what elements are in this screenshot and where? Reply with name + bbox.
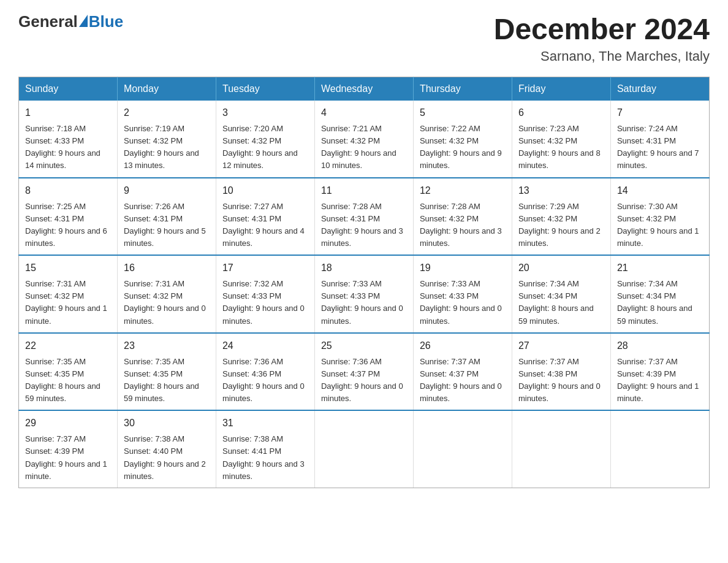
day-number: 22 xyxy=(25,339,111,353)
logo-general: General xyxy=(18,12,78,31)
calendar-cell: 23 Sunrise: 7:35 AMSunset: 4:35 PMDaylig… xyxy=(117,333,216,411)
day-number: 16 xyxy=(124,261,210,275)
day-number: 24 xyxy=(222,339,308,353)
day-info: Sunrise: 7:26 AMSunset: 4:31 PMDaylight:… xyxy=(124,202,206,248)
logo: General Blue xyxy=(18,12,123,31)
calendar-cell: 20 Sunrise: 7:34 AMSunset: 4:34 PMDaylig… xyxy=(512,255,610,333)
calendar-table: Sunday Monday Tuesday Wednesday Thursday… xyxy=(18,77,710,488)
day-info: Sunrise: 7:28 AMSunset: 4:32 PMDaylight:… xyxy=(420,202,502,248)
day-info: Sunrise: 7:37 AMSunset: 4:39 PMDaylight:… xyxy=(617,357,699,403)
calendar-cell: 10 Sunrise: 7:27 AMSunset: 4:31 PMDaylig… xyxy=(216,178,314,256)
day-number: 9 xyxy=(124,183,210,198)
day-info: Sunrise: 7:20 AMSunset: 4:32 PMDaylight:… xyxy=(222,124,298,170)
calendar-cell: 24 Sunrise: 7:36 AMSunset: 4:36 PMDaylig… xyxy=(216,333,314,411)
day-info: Sunrise: 7:38 AMSunset: 4:40 PMDaylight:… xyxy=(124,434,206,480)
day-info: Sunrise: 7:37 AMSunset: 4:38 PMDaylight:… xyxy=(518,357,601,403)
calendar-cell: 30 Sunrise: 7:38 AMSunset: 4:40 PMDaylig… xyxy=(117,410,216,488)
day-number: 6 xyxy=(518,105,604,120)
day-number: 27 xyxy=(518,339,604,353)
day-info: Sunrise: 7:24 AMSunset: 4:31 PMDaylight:… xyxy=(617,124,699,170)
day-info: Sunrise: 7:36 AMSunset: 4:37 PMDaylight:… xyxy=(321,357,403,403)
col-wednesday: Wednesday xyxy=(314,77,413,101)
page-header: General Blue December 2024 Sarnano, The … xyxy=(18,12,710,64)
calendar-cell: 7 Sunrise: 7:24 AMSunset: 4:31 PMDayligh… xyxy=(610,101,709,178)
calendar-cell: 8 Sunrise: 7:25 AMSunset: 4:31 PMDayligh… xyxy=(19,178,118,256)
day-header-row: Sunday Monday Tuesday Wednesday Thursday… xyxy=(19,77,710,101)
day-info: Sunrise: 7:38 AMSunset: 4:41 PMDaylight:… xyxy=(222,434,305,480)
day-number: 2 xyxy=(124,105,210,120)
calendar-cell: 29 Sunrise: 7:37 AMSunset: 4:39 PMDaylig… xyxy=(19,410,118,488)
col-thursday: Thursday xyxy=(413,77,512,101)
calendar-cell: 1 Sunrise: 7:18 AMSunset: 4:33 PMDayligh… xyxy=(19,101,118,178)
logo-blue: Blue xyxy=(89,12,123,31)
calendar-cell: 21 Sunrise: 7:34 AMSunset: 4:34 PMDaylig… xyxy=(610,255,709,333)
day-number: 18 xyxy=(321,261,407,275)
day-info: Sunrise: 7:19 AMSunset: 4:32 PMDaylight:… xyxy=(124,124,199,170)
calendar-cell: 4 Sunrise: 7:21 AMSunset: 4:32 PMDayligh… xyxy=(314,101,413,178)
calendar-cell: 17 Sunrise: 7:32 AMSunset: 4:33 PMDaylig… xyxy=(216,255,314,333)
location: Sarnano, The Marches, Italy xyxy=(494,48,710,64)
day-info: Sunrise: 7:18 AMSunset: 4:33 PMDaylight:… xyxy=(25,124,100,170)
day-number: 10 xyxy=(222,183,308,198)
day-info: Sunrise: 7:37 AMSunset: 4:37 PMDaylight:… xyxy=(420,357,502,403)
day-info: Sunrise: 7:37 AMSunset: 4:39 PMDaylight:… xyxy=(25,434,107,480)
calendar-cell: 15 Sunrise: 7:31 AMSunset: 4:32 PMDaylig… xyxy=(19,255,118,333)
col-sunday: Sunday xyxy=(19,77,118,101)
day-number: 17 xyxy=(222,261,308,275)
week-row-4: 22 Sunrise: 7:35 AMSunset: 4:35 PMDaylig… xyxy=(19,333,710,411)
col-monday: Monday xyxy=(117,77,216,101)
day-number: 31 xyxy=(222,416,308,431)
week-row-2: 8 Sunrise: 7:25 AMSunset: 4:31 PMDayligh… xyxy=(19,178,710,256)
day-number: 19 xyxy=(420,261,506,275)
day-number: 28 xyxy=(617,339,703,353)
day-info: Sunrise: 7:27 AMSunset: 4:31 PMDaylight:… xyxy=(222,202,305,248)
day-info: Sunrise: 7:36 AMSunset: 4:36 PMDaylight:… xyxy=(222,357,305,403)
calendar-cell: 6 Sunrise: 7:23 AMSunset: 4:32 PMDayligh… xyxy=(512,101,610,178)
calendar-cell: 11 Sunrise: 7:28 AMSunset: 4:31 PMDaylig… xyxy=(314,178,413,256)
day-number: 21 xyxy=(617,261,703,275)
day-info: Sunrise: 7:35 AMSunset: 4:35 PMDaylight:… xyxy=(124,357,199,403)
calendar-cell: 2 Sunrise: 7:19 AMSunset: 4:32 PMDayligh… xyxy=(117,101,216,178)
day-number: 20 xyxy=(518,261,604,275)
day-number: 23 xyxy=(124,339,210,353)
calendar-cell: 9 Sunrise: 7:26 AMSunset: 4:31 PMDayligh… xyxy=(117,178,216,256)
day-info: Sunrise: 7:31 AMSunset: 4:32 PMDaylight:… xyxy=(25,279,107,325)
calendar-cell: 31 Sunrise: 7:38 AMSunset: 4:41 PMDaylig… xyxy=(216,410,314,488)
week-row-5: 29 Sunrise: 7:37 AMSunset: 4:39 PMDaylig… xyxy=(19,410,710,488)
day-number: 13 xyxy=(518,183,604,198)
day-number: 11 xyxy=(321,183,407,198)
calendar-cell: 28 Sunrise: 7:37 AMSunset: 4:39 PMDaylig… xyxy=(610,333,709,411)
day-number: 26 xyxy=(420,339,506,353)
day-number: 5 xyxy=(420,105,506,120)
day-info: Sunrise: 7:34 AMSunset: 4:34 PMDaylight:… xyxy=(617,279,692,325)
logo-triangle-icon xyxy=(79,15,88,27)
col-saturday: Saturday xyxy=(610,77,709,101)
calendar-cell: 13 Sunrise: 7:29 AMSunset: 4:32 PMDaylig… xyxy=(512,178,610,256)
day-info: Sunrise: 7:23 AMSunset: 4:32 PMDaylight:… xyxy=(518,124,601,170)
week-row-1: 1 Sunrise: 7:18 AMSunset: 4:33 PMDayligh… xyxy=(19,101,710,178)
day-number: 12 xyxy=(420,183,506,198)
week-row-3: 15 Sunrise: 7:31 AMSunset: 4:32 PMDaylig… xyxy=(19,255,710,333)
day-number: 15 xyxy=(25,261,111,275)
calendar-cell: 22 Sunrise: 7:35 AMSunset: 4:35 PMDaylig… xyxy=(19,333,118,411)
day-info: Sunrise: 7:28 AMSunset: 4:31 PMDaylight:… xyxy=(321,202,403,248)
day-number: 14 xyxy=(617,183,703,198)
calendar-cell: 12 Sunrise: 7:28 AMSunset: 4:32 PMDaylig… xyxy=(413,178,512,256)
day-number: 3 xyxy=(222,105,308,120)
day-info: Sunrise: 7:34 AMSunset: 4:34 PMDaylight:… xyxy=(518,279,594,325)
calendar-cell: 16 Sunrise: 7:31 AMSunset: 4:32 PMDaylig… xyxy=(117,255,216,333)
col-friday: Friday xyxy=(512,77,610,101)
calendar-cell xyxy=(512,410,610,488)
day-number: 1 xyxy=(25,105,111,120)
day-info: Sunrise: 7:29 AMSunset: 4:32 PMDaylight:… xyxy=(518,202,601,248)
day-number: 29 xyxy=(25,416,111,431)
calendar-cell: 19 Sunrise: 7:33 AMSunset: 4:33 PMDaylig… xyxy=(413,255,512,333)
day-number: 8 xyxy=(25,183,111,198)
day-info: Sunrise: 7:33 AMSunset: 4:33 PMDaylight:… xyxy=(420,279,502,325)
day-info: Sunrise: 7:31 AMSunset: 4:32 PMDaylight:… xyxy=(124,279,206,325)
col-tuesday: Tuesday xyxy=(216,77,314,101)
calendar-cell: 18 Sunrise: 7:33 AMSunset: 4:33 PMDaylig… xyxy=(314,255,413,333)
calendar-cell xyxy=(413,410,512,488)
day-info: Sunrise: 7:22 AMSunset: 4:32 PMDaylight:… xyxy=(420,124,502,170)
day-number: 25 xyxy=(321,339,407,353)
